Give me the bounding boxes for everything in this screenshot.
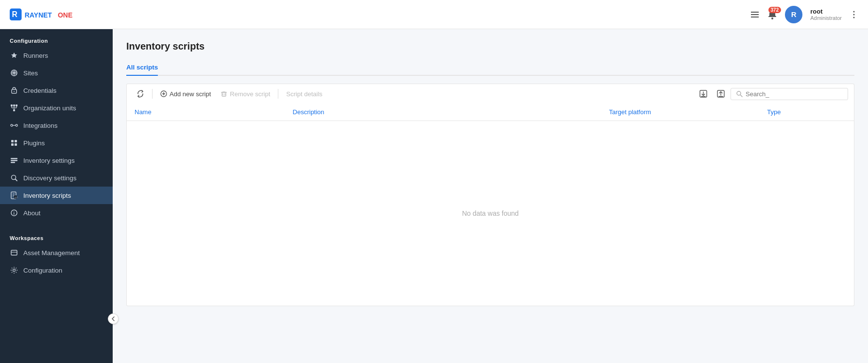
add-icon: [160, 90, 167, 97]
tabs-bar: All scripts: [126, 60, 854, 76]
svg-point-9: [853, 11, 855, 12]
svg-point-15: [14, 91, 15, 92]
sidebar-item-inventory-settings[interactable]: Inventory settings: [0, 152, 113, 169]
integrations-icon: [10, 121, 18, 130]
user-name: root: [810, 8, 842, 15]
inv-settings-icon: [10, 156, 18, 165]
logo-svg: R RAYNET ONE: [10, 7, 78, 22]
header: R RAYNET ONE 372 R root Administrator: [0, 0, 868, 29]
runners-icon: [10, 51, 18, 60]
scripts-icon: </>: [10, 191, 18, 200]
sidebar-item-org-units[interactable]: Organization units: [0, 99, 113, 117]
svg-text:</>: </>: [15, 196, 18, 199]
sidebar-item-plugins[interactable]: Plugins: [0, 134, 113, 152]
svg-rect-6: [751, 17, 759, 17]
sidebar-item-label: Discovery settings: [23, 174, 77, 182]
svg-rect-17: [13, 104, 15, 106]
export-icon: [716, 89, 725, 98]
svg-point-58: [737, 91, 741, 95]
chevron-left-icon: [111, 316, 116, 321]
import-icon: [699, 89, 708, 98]
table-empty-message: No data was found: [127, 121, 854, 306]
remove-btn-label: Remove script: [230, 90, 270, 98]
export-btn[interactable]: [713, 87, 729, 101]
col-name: Name: [135, 108, 293, 116]
sidebar-item-configuration[interactable]: Configuration: [0, 261, 113, 279]
about-icon: i: [10, 208, 18, 217]
svg-line-35: [16, 179, 17, 181]
notification-badge: 372: [768, 7, 782, 13]
notification-btn[interactable]: 372: [767, 10, 777, 19]
plugins-icon: [10, 138, 18, 147]
sidebar-item-credentials[interactable]: Credentials: [0, 82, 113, 99]
search-box: [731, 88, 848, 100]
user-role: Administrator: [810, 15, 842, 21]
sites-icon: [10, 69, 18, 77]
remove-script-btn[interactable]: Remove script: [217, 88, 274, 100]
sidebar-item-about[interactable]: i About: [0, 204, 113, 222]
add-script-btn[interactable]: Add new script: [156, 88, 215, 100]
divider-2: [278, 89, 278, 99]
toolbar: Add new script Remove script Script deta…: [126, 84, 854, 104]
trash-icon: [221, 90, 227, 97]
menu-icon: [750, 10, 760, 19]
tab-all-scripts[interactable]: All scripts: [126, 60, 158, 76]
refresh-icon: [136, 90, 144, 98]
svg-rect-50: [222, 92, 226, 96]
details-btn-label: Script details: [286, 90, 322, 98]
search-input[interactable]: [746, 90, 843, 98]
more-btn[interactable]: [850, 10, 858, 19]
discovery-icon: [10, 173, 18, 182]
svg-rect-32: [11, 160, 17, 161]
sidebar-item-discovery-settings[interactable]: Discovery settings: [0, 169, 113, 187]
svg-rect-44: [11, 250, 17, 255]
svg-rect-27: [11, 140, 14, 142]
menu-icon-btn[interactable]: [750, 10, 760, 19]
svg-text:RAYNET: RAYNET: [25, 11, 52, 19]
col-type: Type: [767, 108, 846, 116]
divider-1: [152, 89, 153, 99]
sidebar-item-label: About: [23, 209, 40, 217]
col-description: Description: [293, 108, 609, 116]
svg-rect-31: [11, 158, 17, 159]
sidebar-item-label: Configuration: [23, 267, 62, 274]
collapse-btn[interactable]: [108, 313, 119, 324]
refresh-btn[interactable]: [133, 87, 148, 100]
user-info: root Administrator: [810, 8, 842, 21]
svg-rect-33: [11, 162, 15, 163]
svg-point-10: [853, 14, 855, 15]
page-title: Inventory scripts: [126, 41, 854, 52]
sidebar-item-runners[interactable]: Runners: [0, 47, 113, 64]
sidebar-item-label: Sites: [23, 69, 38, 77]
svg-rect-30: [15, 143, 17, 146]
config-section-title: Configuration: [0, 29, 113, 47]
table-header: Name Description Target platform Type: [127, 104, 854, 121]
import-btn[interactable]: [696, 87, 711, 101]
sidebar-item-asset-management[interactable]: Asset Management: [0, 244, 113, 261]
svg-text:ONE: ONE: [58, 11, 72, 19]
svg-rect-5: [751, 14, 759, 15]
sidebar-item-sites[interactable]: Sites: [0, 64, 113, 82]
sidebar: Configuration Runners Sites Credentials: [0, 29, 113, 363]
main-wrapper: Configuration Runners Sites Credentials: [0, 29, 868, 363]
config-icon: [10, 266, 18, 275]
sidebar-item-inventory-scripts[interactable]: </> Inventory scripts: [0, 187, 113, 204]
sidebar-item-label: Integrations: [23, 122, 58, 129]
script-details-btn[interactable]: Script details: [282, 88, 326, 100]
svg-rect-28: [15, 140, 17, 142]
table-container: Name Description Target platform Type No…: [126, 104, 854, 306]
svg-text:i: i: [14, 211, 15, 216]
svg-rect-19: [13, 109, 15, 111]
content-area: Inventory scripts All scripts: [113, 29, 868, 363]
sidebar-item-label: Credentials: [23, 87, 56, 94]
sidebar-item-label: Inventory settings: [23, 157, 75, 164]
sidebar-item-integrations[interactable]: Integrations: [0, 117, 113, 134]
svg-line-59: [741, 95, 743, 97]
svg-point-46: [13, 269, 16, 272]
header-right: 372 R root Administrator: [750, 6, 858, 23]
workspaces-section-title: Workspaces: [0, 226, 113, 244]
svg-rect-7: [757, 12, 759, 13]
col-platform: Target platform: [609, 108, 767, 116]
sidebar-item-label: Plugins: [23, 139, 45, 147]
sidebar-item-label: Asset Management: [23, 249, 80, 257]
